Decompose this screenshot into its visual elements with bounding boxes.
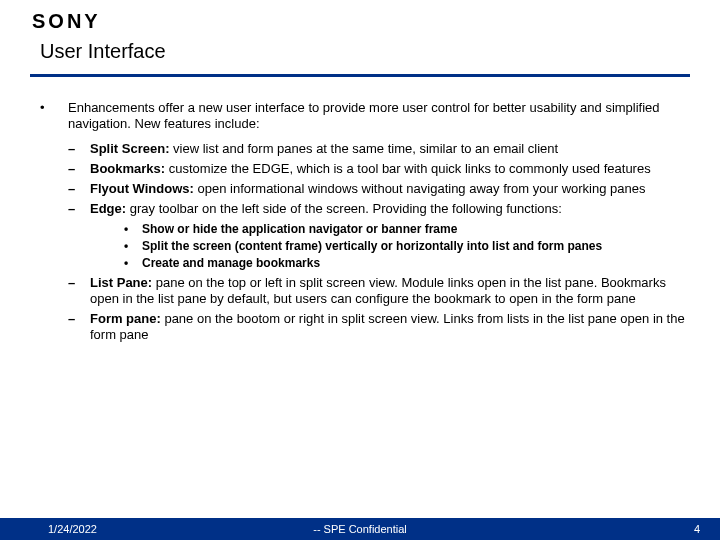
feature-label: Flyout Windows:: [90, 181, 194, 196]
bullet-mark: •: [124, 256, 142, 271]
feature-label: Form pane:: [90, 311, 161, 326]
slide: SONY User Interface • Enhancements offer…: [0, 0, 720, 540]
feature-edge: – Edge: gray toolbar on the left side of…: [68, 201, 690, 217]
feature-label: Split Screen:: [90, 141, 169, 156]
dash-mark: –: [68, 201, 90, 217]
feature-desc: view list and form panes at the same tim…: [169, 141, 558, 156]
sony-logo: SONY: [32, 10, 101, 33]
dash-mark: –: [68, 161, 90, 177]
intro-text: Enhancements offer a new user interface …: [68, 100, 690, 133]
edge-func-text: Show or hide the application navigator o…: [142, 222, 690, 237]
feature-label: Bookmarks:: [90, 161, 165, 176]
dash-mark: –: [68, 275, 90, 308]
slide-content: • Enhancements offer a new user interfac…: [40, 100, 690, 348]
edge-functions: • Show or hide the application navigator…: [124, 222, 690, 271]
feature-split-screen: – Split Screen: view list and form panes…: [68, 141, 690, 157]
feature-list: – Split Screen: view list and form panes…: [68, 141, 690, 344]
feature-flyout-windows: – Flyout Windows: open informational win…: [68, 181, 690, 197]
bullet-mark: •: [124, 239, 142, 254]
edge-func-show-hide: • Show or hide the application navigator…: [124, 222, 690, 237]
footer-confidential: -- SPE Confidential: [0, 523, 720, 535]
feature-form-pane: – Form pane: pane on the bootom or right…: [68, 311, 690, 344]
dash-mark: –: [68, 141, 90, 157]
slide-footer: 1/24/2022 -- SPE Confidential 4: [0, 518, 720, 540]
edge-func-split: • Split the screen (content frame) verti…: [124, 239, 690, 254]
slide-title: User Interface: [40, 40, 166, 63]
footer-page-number: 4: [694, 523, 700, 535]
bullet-mark: •: [124, 222, 142, 237]
bullet-mark: •: [40, 100, 68, 133]
edge-func-bookmarks: • Create and manage bookmarks: [124, 256, 690, 271]
feature-label: List Pane:: [90, 275, 152, 290]
feature-label: Edge:: [90, 201, 126, 216]
feature-desc: customize the EDGE, which is a tool bar …: [165, 161, 651, 176]
dash-mark: –: [68, 311, 90, 344]
dash-mark: –: [68, 181, 90, 197]
intro-bullet: • Enhancements offer a new user interfac…: [40, 100, 690, 133]
feature-desc: pane on the bootom or right in split scr…: [90, 311, 685, 342]
feature-desc: open informational windows without navig…: [194, 181, 646, 196]
feature-desc: pane on the top or left in split screen …: [90, 275, 666, 306]
feature-desc: gray toolbar on the left side of the scr…: [126, 201, 562, 216]
feature-bookmarks: – Bookmarks: customize the EDGE, which i…: [68, 161, 690, 177]
edge-func-text: Split the screen (content frame) vertica…: [142, 239, 690, 254]
title-divider: [30, 74, 690, 77]
feature-list-pane: – List Pane: pane on the top or left in …: [68, 275, 690, 308]
edge-func-text: Create and manage bookmarks: [142, 256, 690, 271]
